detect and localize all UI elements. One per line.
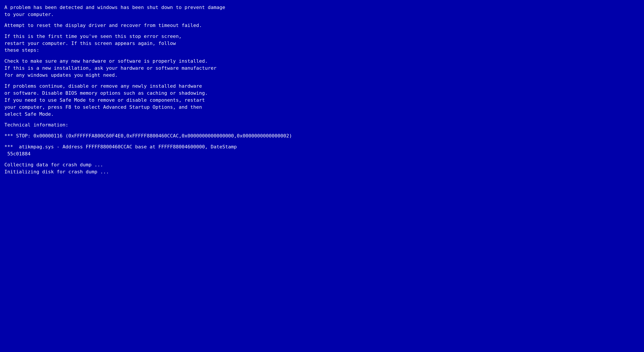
- display-driver-message: Attempt to reset the display driver and …: [4, 22, 640, 29]
- stop-code-text: *** STOP: 0x00000116 (0xFFFFFFA800C60F4E…: [4, 132, 640, 139]
- main-error-message: A problem has been detected and windows …: [4, 4, 640, 18]
- technical-info-header: Technical information:: [4, 121, 640, 128]
- first-time-instructions: If this is the first time you've seen th…: [4, 33, 640, 54]
- crash-dump-text: Collecting data for crash dump ... Initi…: [4, 161, 640, 175]
- driver-info: *** atikmpag.sys - Address FFFFF8800460C…: [4, 143, 640, 157]
- crash-dump-status: Collecting data for crash dump ... Initi…: [4, 161, 640, 175]
- technical-info-label: Technical information:: [4, 121, 640, 128]
- main-error-text: A problem has been detected and windows …: [4, 4, 640, 18]
- hardware-check-text: Check to make sure any new hardware or s…: [4, 58, 640, 79]
- bsod-screen: A problem has been detected and windows …: [4, 4, 640, 175]
- display-driver-text: Attempt to reset the display driver and …: [4, 22, 640, 29]
- safe-mode-instructions: If problems continue, disable or remove …: [4, 83, 640, 117]
- stop-code: *** STOP: 0x00000116 (0xFFFFFFA800C60F4E…: [4, 132, 640, 139]
- hardware-check-instructions: Check to make sure any new hardware or s…: [4, 58, 640, 79]
- first-time-text: If this is the first time you've seen th…: [4, 33, 640, 54]
- safe-mode-text: If problems continue, disable or remove …: [4, 83, 640, 117]
- driver-info-text: *** atikmpag.sys - Address FFFFF8800460C…: [4, 143, 640, 157]
